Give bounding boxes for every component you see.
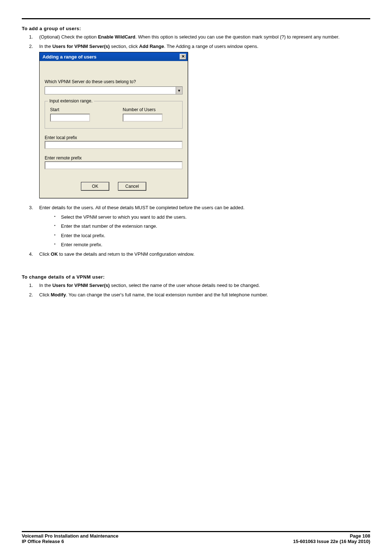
remote-prefix-block: Enter remote prefix bbox=[45, 155, 183, 169]
step1-bold: Enable WildCard bbox=[98, 34, 135, 40]
start-column: Start bbox=[50, 107, 90, 122]
server-prompt: Which VPNM Server do these users belong … bbox=[45, 79, 183, 84]
close-button[interactable]: ✕ bbox=[180, 54, 186, 60]
list-item: Enter the local prefix. bbox=[54, 232, 370, 239]
footer-divider bbox=[22, 531, 370, 532]
local-prefix-block: Enter local prefix bbox=[45, 135, 183, 149]
step3-text: Enter details for the users. All of thes… bbox=[39, 205, 245, 210]
change-details-steps: 1. In the Users for VPNM Server(s) secti… bbox=[22, 282, 370, 298]
num-users-input[interactable] bbox=[123, 114, 163, 122]
s2-step2-post: . You can change the user's full name, t… bbox=[66, 292, 268, 297]
s2-step2-pre: Click bbox=[39, 292, 51, 297]
footer-right-2: 15-601063 Issue 22e (16 May 2010) bbox=[293, 539, 371, 544]
step-2b: 2. Click Modify. You can change the user… bbox=[39, 291, 370, 299]
list-number: 1. bbox=[29, 33, 33, 41]
chevron-down-icon[interactable]: ▼ bbox=[176, 87, 182, 94]
s2-step1-pre: In the bbox=[39, 283, 52, 288]
dialog-body: Which VPNM Server do these users belong … bbox=[40, 61, 188, 198]
list-number: 1. bbox=[29, 282, 33, 289]
step2-bold1: Users for VPNM Server(s) bbox=[52, 44, 110, 49]
step1-post: . When this option is selected you can u… bbox=[135, 34, 339, 40]
step2-mid: section, click bbox=[110, 44, 139, 49]
remote-prefix-input[interactable] bbox=[45, 161, 183, 169]
step1-pre: (Optional) Check the option bbox=[39, 34, 98, 40]
dialog-titlebar[interactable]: Adding a range of users ✕ bbox=[40, 52, 188, 61]
page-footer: Voicemail Pro Installation and Maintenan… bbox=[22, 531, 370, 544]
s2-step1-post: section, select the name of the user who… bbox=[110, 283, 260, 288]
start-input[interactable] bbox=[50, 114, 90, 122]
top-divider bbox=[22, 18, 370, 19]
dialog-title: Adding a range of users bbox=[42, 54, 97, 60]
list-item: Enter the start number of the extension … bbox=[54, 223, 370, 230]
step4-post: to save the details and return to the VP… bbox=[58, 251, 195, 257]
footer-left-2: IP Office Release 6 bbox=[22, 539, 64, 544]
add-group-steps-cont: 3. Enter details for the users. All of t… bbox=[22, 204, 370, 258]
remote-prefix-label: Enter remote prefix bbox=[45, 155, 183, 161]
step-4: 4. Click OK to save the details and retu… bbox=[39, 251, 370, 258]
step3-bullets: Select the VPNM server to which you want… bbox=[39, 214, 370, 248]
list-number: 2. bbox=[29, 291, 33, 299]
step-3: 3. Enter details for the users. All of t… bbox=[39, 204, 370, 248]
step-1b: 1. In the Users for VPNM Server(s) secti… bbox=[39, 282, 370, 289]
close-icon: ✕ bbox=[181, 54, 185, 58]
vpnm-server-dropdown[interactable]: ▼ bbox=[45, 86, 183, 94]
cancel-button[interactable]: Cancel bbox=[118, 182, 146, 191]
list-item: Select the VPNM server to which you want… bbox=[54, 214, 370, 221]
step-1: 1. (Optional) Check the option Enable Wi… bbox=[39, 33, 370, 41]
local-prefix-input[interactable] bbox=[45, 141, 183, 149]
list-number: 2. bbox=[29, 43, 33, 50]
list-number: 4. bbox=[29, 251, 33, 258]
list-number: 3. bbox=[29, 204, 33, 211]
step-2: 2. In the Users for VPNM Server(s) secti… bbox=[39, 43, 370, 50]
step2-post: . The Adding a range of users window ope… bbox=[164, 44, 258, 49]
fieldset-legend: Input extension range. bbox=[48, 98, 94, 104]
step4-pre: Click bbox=[39, 251, 51, 257]
add-group-title: To add a group of users: bbox=[22, 26, 370, 31]
add-group-steps: 1. (Optional) Check the option Enable Wi… bbox=[22, 33, 370, 50]
s2-step2-bold: Modify bbox=[51, 292, 66, 297]
dialog-buttons: OK Cancel bbox=[45, 182, 183, 191]
num-users-label: Number of Users bbox=[123, 107, 163, 112]
list-item: Enter remote prefix. bbox=[54, 241, 370, 248]
s2-step1-bold: Users for VPNM Server(s) bbox=[52, 283, 110, 288]
step4-bold: OK bbox=[51, 251, 58, 257]
change-details-title: To change details of a VPNM user: bbox=[22, 274, 370, 280]
footer-left-1: Voicemail Pro Installation and Maintenan… bbox=[22, 533, 118, 539]
start-label: Start bbox=[50, 107, 90, 112]
local-prefix-label: Enter local prefix bbox=[45, 135, 183, 140]
step2-bold2: Add Range bbox=[139, 44, 164, 49]
add-range-dialog: Adding a range of users ✕ Which VPNM Ser… bbox=[39, 52, 188, 198]
step2-pre: In the bbox=[39, 44, 52, 49]
number-users-column: Number of Users bbox=[123, 107, 163, 122]
footer-right-1: Page 108 bbox=[350, 533, 370, 539]
ok-button[interactable]: OK bbox=[81, 182, 109, 191]
extension-range-fieldset: Input extension range. Start Number of U… bbox=[45, 101, 183, 129]
vpnm-server-input[interactable] bbox=[45, 87, 176, 94]
